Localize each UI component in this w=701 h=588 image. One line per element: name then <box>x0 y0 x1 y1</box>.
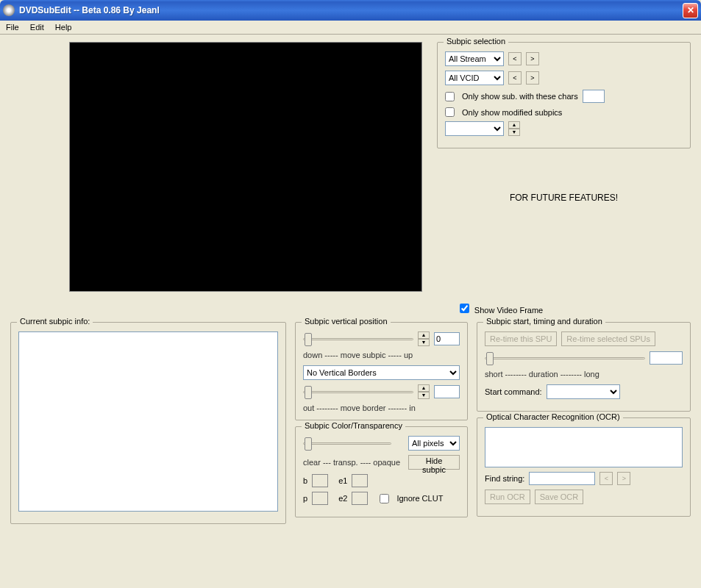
duration-slider[interactable] <box>485 351 645 365</box>
only-chars-label: Only show sub. with these chars <box>462 92 578 101</box>
run-ocr-button[interactable]: Run OCR <box>485 490 530 504</box>
color-p-swatch[interactable] <box>312 492 328 505</box>
window-title: DVDSubEdit -- Beta 0.86 By Jeanl <box>19 5 683 15</box>
subpic-info-box <box>18 331 278 512</box>
transp-hint: clear --- transp. ---- opaque <box>303 458 404 467</box>
border-hint: out -------- move border ------- in <box>303 404 460 412</box>
ignore-clut-checkbox[interactable] <box>380 494 389 503</box>
duration-value[interactable] <box>650 351 683 365</box>
spinner-down[interactable]: ▼ <box>508 129 520 136</box>
only-chars-input[interactable] <box>583 90 605 103</box>
menubar: File Edit Help <box>0 21 701 35</box>
retime-this-button[interactable]: Re-time this SPU <box>485 331 557 346</box>
vcid-select[interactable]: All VCID <box>445 71 504 85</box>
stream-prev-button[interactable]: < <box>508 52 522 65</box>
pixels-select[interactable]: All pixels <box>408 436 460 451</box>
color-b-swatch[interactable] <box>312 474 328 487</box>
ignore-clut-label: Ignore CLUT <box>396 494 443 503</box>
subpic-info-title: Current subpic info: <box>17 317 93 326</box>
ocr-title: Optical Character Recognition (OCR) <box>483 412 623 421</box>
vpos-spinner[interactable]: ▲▼ <box>418 331 430 346</box>
subpic-select[interactable] <box>445 121 504 136</box>
spinner-up[interactable]: ▲ <box>508 121 520 129</box>
only-modified-label: Only show modified subpics <box>462 108 562 117</box>
color-group: Subpic Color/Transparency All pixels cle… <box>295 426 468 517</box>
video-preview <box>69 42 422 292</box>
show-video-label: Show Video Frame <box>474 306 543 315</box>
hide-subpic-button[interactable]: Hide subpic <box>408 455 460 470</box>
close-button[interactable]: ✕ <box>683 3 698 18</box>
menu-edit[interactable]: Edit <box>30 23 44 32</box>
vpos-title: Subpic vertical position <box>302 317 391 326</box>
menu-file[interactable]: File <box>6 23 19 32</box>
find-label: Find string: <box>485 474 524 483</box>
future-features-label: FOR FUTURE FEATURES! <box>437 193 691 203</box>
vcid-prev-button[interactable]: < <box>508 71 522 85</box>
stream-select[interactable]: All Stream <box>445 51 504 66</box>
start-cmd-select[interactable] <box>547 384 620 399</box>
find-prev-button[interactable]: < <box>599 472 613 485</box>
transp-slider[interactable] <box>303 436 391 451</box>
start-cmd-label: Start command: <box>485 387 542 396</box>
stream-next-button[interactable]: > <box>526 52 539 65</box>
subpic-selection-title: Subpic selection <box>444 37 508 46</box>
find-input[interactable] <box>529 472 595 485</box>
border-spinner[interactable]: ▲▼ <box>418 384 430 399</box>
color-e1-swatch[interactable] <box>352 474 368 487</box>
border-slider[interactable] <box>303 384 413 399</box>
color-p-label: p <box>303 494 307 503</box>
only-modified-checkbox[interactable] <box>445 107 455 117</box>
borders-select[interactable]: No Vertical Borders <box>303 365 460 380</box>
save-ocr-button[interactable]: Save OCR <box>535 490 584 504</box>
vpos-hint: down ----- move subpic ----- up <box>303 351 460 359</box>
find-next-button[interactable]: > <box>617 472 630 485</box>
show-video-checkbox[interactable] <box>460 304 469 313</box>
only-chars-checkbox[interactable] <box>445 92 455 101</box>
titlebar: DVDSubEdit -- Beta 0.86 By Jeanl ✕ <box>0 0 701 21</box>
app-icon <box>3 4 15 16</box>
color-e1-label: e1 <box>338 476 347 485</box>
duration-hint: short -------- duration -------- long <box>485 370 683 379</box>
retime-selected-button[interactable]: Re-time selected SPUs <box>561 331 655 346</box>
ocr-group: Optical Character Recognition (OCR) Find… <box>477 417 691 517</box>
vpos-value[interactable] <box>434 332 460 345</box>
timing-title: Subpic start, timing and duration <box>483 317 605 326</box>
menu-help[interactable]: Help <box>55 23 72 32</box>
ocr-output <box>485 427 683 467</box>
vcid-next-button[interactable]: > <box>526 71 539 85</box>
color-b-label: b <box>303 476 307 485</box>
subpic-selection-group: Subpic selection All Stream < > All VCID… <box>437 42 691 148</box>
subpic-spinner[interactable]: ▲▼ <box>508 121 520 136</box>
subpic-info-group: Current subpic info: <box>10 322 286 524</box>
color-e2-swatch[interactable] <box>352 492 368 505</box>
border-value[interactable] <box>434 385 460 398</box>
color-e2-label: e2 <box>338 494 347 503</box>
color-title: Subpic Color/Transparency <box>302 421 405 430</box>
vpos-group: Subpic vertical position ▲▼ down ----- m… <box>295 322 468 420</box>
vpos-slider[interactable] <box>303 331 413 346</box>
timing-group: Subpic start, timing and duration Re-tim… <box>477 322 691 412</box>
